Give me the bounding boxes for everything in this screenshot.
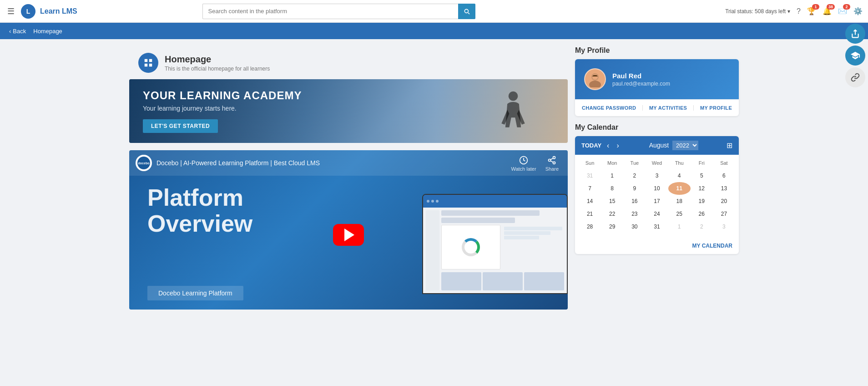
calendar-month: August 2022	[625, 141, 723, 150]
prev-month-button[interactable]: ‹	[605, 142, 611, 150]
calendar-day-29[interactable]: 29	[601, 220, 623, 233]
message-badge: 2	[843, 4, 850, 10]
calendar-day-19[interactable]: 19	[691, 195, 713, 208]
calendar-day-1[interactable]: 1	[601, 169, 623, 182]
calendar-day-10[interactable]: 10	[646, 182, 668, 195]
profile-card: Paul Red paul.red@example.com CHANGE PAS…	[575, 59, 739, 116]
nav-right: Trial status: 508 days left ▾ ? 🏆 1 🔔 38…	[725, 7, 863, 15]
calendar-day-15[interactable]: 15	[601, 195, 623, 208]
svg-point-15	[592, 74, 598, 80]
calendar-day-9[interactable]: 9	[623, 182, 646, 195]
trophy-icon[interactable]: 🏆 1	[807, 7, 816, 15]
svg-line-11	[550, 161, 553, 162]
calendar-day-16[interactable]: 16	[623, 195, 646, 208]
year-select[interactable]: 2022	[672, 141, 698, 150]
video-text: Platform Overview	[147, 185, 252, 237]
calendar-day-7[interactable]: 7	[579, 182, 601, 195]
laptop-body	[423, 208, 567, 293]
notification-icon[interactable]: 🔔 38	[823, 7, 832, 15]
calendar-day-11[interactable]: 11	[668, 182, 691, 195]
calendar-day-8[interactable]: 8	[601, 182, 623, 195]
banner-cta-button[interactable]: LET'S GET STARTED	[143, 119, 218, 133]
play-button[interactable]	[333, 224, 364, 246]
notification-badge: 38	[827, 4, 835, 10]
watch-later-button[interactable]: Watch later	[511, 156, 536, 172]
change-password-button[interactable]: CHANGE PASSWORD	[582, 105, 636, 111]
calendar-day-22[interactable]: 22	[601, 208, 623, 220]
svg-rect-1	[149, 59, 152, 62]
calendar-day-28[interactable]: 28	[579, 220, 601, 233]
calendar-day-3-other[interactable]: 3	[713, 220, 735, 233]
left-panel: Homepage This is the official homepage f…	[129, 46, 568, 310]
action-divider-2	[693, 105, 694, 111]
calendar-days: 3112345678910111213141516171819202122232…	[579, 169, 735, 233]
laptop-header	[423, 195, 567, 208]
my-profile-button[interactable]: MY PROFILE	[700, 105, 732, 111]
share-button[interactable]: Share	[545, 156, 559, 172]
calendar-day-5[interactable]: 5	[691, 169, 713, 182]
calendar-day-21[interactable]: 21	[579, 208, 601, 220]
docebo-label: Docebo Learning Platform	[147, 286, 243, 300]
homepage-header: Homepage This is the official homepage f…	[129, 46, 568, 79]
calendar-day-25[interactable]: 25	[668, 208, 691, 220]
calendar-day-6[interactable]: 6	[713, 169, 735, 182]
calendar-day-14[interactable]: 14	[579, 195, 601, 208]
trial-status[interactable]: Trial status: 508 days left ▾	[725, 8, 790, 15]
svg-text:docebo: docebo	[138, 162, 150, 165]
docebo-logo: docebo	[136, 155, 152, 171]
sub-navigation: ‹ Back Homepage	[0, 23, 868, 39]
calendar-export-button[interactable]: ⊞	[727, 141, 732, 150]
weekday-thu: Thu	[668, 158, 691, 168]
logo-icon[interactable]: L	[21, 4, 35, 19]
calendar-day-30[interactable]: 30	[623, 220, 646, 233]
calendar-day-31-other[interactable]: 31	[579, 169, 601, 182]
svg-point-14	[589, 81, 601, 87]
calendar-day-20[interactable]: 20	[713, 195, 735, 208]
calendar-grid: Sun Mon Tue Wed Thu Fri Sat 311234567891…	[575, 155, 739, 237]
calendar-day-1-other[interactable]: 1	[668, 220, 691, 233]
calendar-day-13[interactable]: 13	[713, 182, 735, 195]
svg-point-10	[553, 162, 555, 164]
banner-person-silhouette	[495, 88, 531, 143]
calendar-day-23[interactable]: 23	[623, 208, 646, 220]
my-activities-button[interactable]: MY ACTIVITIES	[649, 105, 687, 111]
link-float-button[interactable]	[845, 67, 865, 87]
calendar-day-17[interactable]: 17	[646, 195, 668, 208]
svg-point-4	[509, 91, 518, 101]
calendar-day-12[interactable]: 12	[691, 182, 713, 195]
next-month-button[interactable]: ›	[615, 142, 621, 150]
graduation-float-button[interactable]	[845, 46, 865, 66]
calendar-day-27[interactable]: 27	[713, 208, 735, 220]
settings-icon[interactable]: ⚙️	[853, 7, 863, 15]
today-button[interactable]: TODAY	[581, 142, 601, 149]
top-navigation: ☰ L Learn LMS Trial status: 508 days lef…	[0, 0, 868, 23]
search-button[interactable]	[458, 4, 475, 19]
calendar-weekdays: Sun Mon Tue Wed Thu Fri Sat	[579, 158, 735, 168]
message-icon[interactable]: ✉️ 2	[838, 7, 847, 15]
help-icon[interactable]: ?	[797, 7, 801, 15]
calendar-day-24[interactable]: 24	[646, 208, 668, 220]
weekday-tue: Tue	[623, 158, 646, 168]
calendar-day-2-other[interactable]: 2	[691, 220, 713, 233]
calendar-day-3[interactable]: 3	[646, 169, 668, 182]
video-header: docebo Docebo | AI-Powered Learning Plat…	[129, 150, 568, 176]
play-triangle-icon	[344, 229, 354, 241]
calendar-day-18[interactable]: 18	[668, 195, 691, 208]
my-calendar-link[interactable]: MY CALENDAR	[692, 243, 732, 249]
calendar-day-4[interactable]: 4	[668, 169, 691, 182]
video-container[interactable]: docebo Docebo | AI-Powered Learning Plat…	[129, 150, 568, 310]
profile-name: Paul Red	[612, 72, 670, 80]
back-button[interactable]: ‹ Back	[5, 26, 30, 36]
share-float-button[interactable]	[845, 24, 865, 44]
svg-rect-2	[145, 64, 147, 66]
laptop-screen	[423, 195, 567, 293]
calendar-day-31[interactable]: 31	[646, 220, 668, 233]
profile-card-header: Paul Red paul.red@example.com	[575, 59, 739, 99]
hamburger-menu[interactable]: ☰	[5, 5, 16, 18]
nav-left: ☰ L Learn LMS	[5, 4, 77, 19]
search-input[interactable]	[202, 4, 459, 19]
calendar-day-2[interactable]: 2	[623, 169, 646, 182]
calendar-day-26[interactable]: 26	[691, 208, 713, 220]
laptop-chart	[441, 225, 500, 269]
platform-text-line2: Overview	[147, 211, 252, 237]
